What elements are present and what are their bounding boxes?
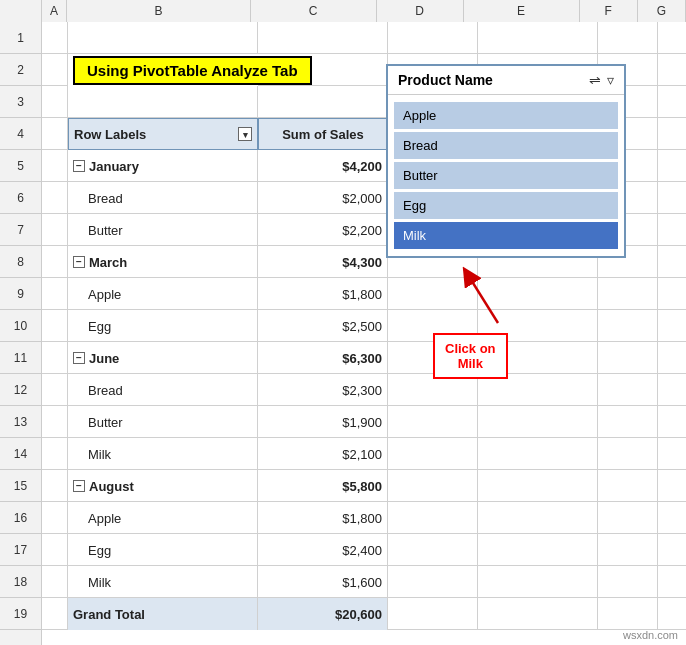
cell-4g (658, 118, 686, 150)
cell-14b-milk: Milk (68, 438, 258, 470)
cell-5g (658, 150, 686, 182)
january-collapse-icon[interactable]: − (73, 160, 85, 172)
cell-15f (598, 470, 658, 502)
cell-8b-march: − March (68, 246, 258, 278)
cell-6a (42, 182, 68, 214)
row-num-2: 2 (0, 54, 41, 86)
cell-12g (658, 374, 686, 406)
svg-line-0 (468, 275, 498, 323)
cell-6b-bread: Bread (68, 182, 258, 214)
col-header-b: B (67, 0, 251, 22)
row-18: Milk $1,600 (42, 566, 686, 598)
row-labels-dropdown-icon[interactable]: ▾ (238, 127, 252, 141)
row-17: Egg $2,400 (42, 534, 686, 566)
cell-17g (658, 534, 686, 566)
cell-4a (42, 118, 68, 150)
filter-item-butter[interactable]: Butter (394, 162, 618, 189)
row-16: Apple $1,800 (42, 502, 686, 534)
cell-9c-apple-val: $1,800 (258, 278, 388, 310)
cell-6g (658, 182, 686, 214)
cell-10b-egg: Egg (68, 310, 258, 342)
cell-3g (658, 86, 686, 118)
cell-11f (598, 342, 658, 374)
cell-19a (42, 598, 68, 630)
callout-box: Click on Milk (433, 333, 508, 379)
cell-16c-apple-val: $1,800 (258, 502, 388, 534)
cell-9a (42, 278, 68, 310)
cell-18a (42, 566, 68, 598)
row-13: Butter $1,900 (42, 406, 686, 438)
col-header-f: F (580, 0, 638, 22)
cell-5c-january-total: $4,200 (258, 150, 388, 182)
cell-16f (598, 502, 658, 534)
filter-item-milk[interactable]: Milk (394, 222, 618, 249)
row-15: − August $5,800 (42, 470, 686, 502)
cell-1e (478, 22, 598, 54)
cell-1f (598, 22, 658, 54)
cell-18d (388, 566, 478, 598)
cell-4c-sum-of-sales: Sum of Sales (258, 118, 388, 150)
cell-19c-grand-total-val: $20,600 (258, 598, 388, 630)
cell-5a (42, 150, 68, 182)
filter-item-apple[interactable]: Apple (394, 102, 618, 129)
cell-13g (658, 406, 686, 438)
cell-14c-milk-val: $2,100 (258, 438, 388, 470)
col-header-d: D (377, 0, 464, 22)
row-num-1: 1 (0, 22, 41, 54)
cell-15c-august-total: $5,800 (258, 470, 388, 502)
cell-13b-butter: Butter (68, 406, 258, 438)
row-num-9: 9 (0, 278, 41, 310)
cell-18e (478, 566, 598, 598)
callout-line2: Milk (445, 356, 496, 371)
row-num-3: 3 (0, 86, 41, 118)
cell-2g (658, 54, 686, 86)
cell-16a (42, 502, 68, 534)
cell-17f (598, 534, 658, 566)
march-collapse-icon[interactable]: − (73, 256, 85, 268)
row-10: Egg $2,500 (42, 310, 686, 342)
june-collapse-icon[interactable]: − (73, 352, 85, 364)
cell-3c (258, 86, 388, 118)
cell-17b-egg: Egg (68, 534, 258, 566)
cell-8g (658, 246, 686, 278)
cell-12a (42, 374, 68, 406)
cell-9g (658, 278, 686, 310)
cell-10f (598, 310, 658, 342)
corner-cell (0, 0, 42, 22)
filter-item-bread[interactable]: Bread (394, 132, 618, 159)
cell-8c-march-total: $4,300 (258, 246, 388, 278)
row-19: Grand Total $20,600 (42, 598, 686, 630)
row-num-18: 18 (0, 566, 41, 598)
cell-17c-egg-val: $2,400 (258, 534, 388, 566)
cell-11g (658, 342, 686, 374)
row-1 (42, 22, 686, 54)
filter-sort-icon[interactable]: ⇌ (589, 72, 601, 88)
cell-19f (598, 598, 658, 630)
row-num-7: 7 (0, 214, 41, 246)
june-label: June (89, 351, 119, 366)
row-num-5: 5 (0, 150, 41, 182)
row-labels-text: Row Labels (74, 127, 146, 142)
cell-1g (658, 22, 686, 54)
row-num-12: 12 (0, 374, 41, 406)
filter-funnel-icon[interactable]: ▿ (607, 72, 614, 88)
cell-18g (658, 566, 686, 598)
cell-13d (388, 406, 478, 438)
august-collapse-icon[interactable]: − (73, 480, 85, 492)
cell-7g (658, 214, 686, 246)
cell-17d (388, 534, 478, 566)
filter-icons: ⇌ ▿ (589, 72, 614, 88)
cell-16g (658, 502, 686, 534)
cell-10a (42, 310, 68, 342)
col-header-a: A (42, 0, 67, 22)
cell-14d (388, 438, 478, 470)
filter-item-egg[interactable]: Egg (394, 192, 618, 219)
cell-15a (42, 470, 68, 502)
cell-7a (42, 214, 68, 246)
cell-16d (388, 502, 478, 534)
cell-11a (42, 342, 68, 374)
cell-13c-butter-val: $1,900 (258, 406, 388, 438)
cell-19b-grand-total: Grand Total (68, 598, 258, 630)
row-numbers: 1 2 3 4 5 6 7 8 9 10 11 12 13 14 15 16 1… (0, 22, 42, 645)
cell-1d (388, 22, 478, 54)
